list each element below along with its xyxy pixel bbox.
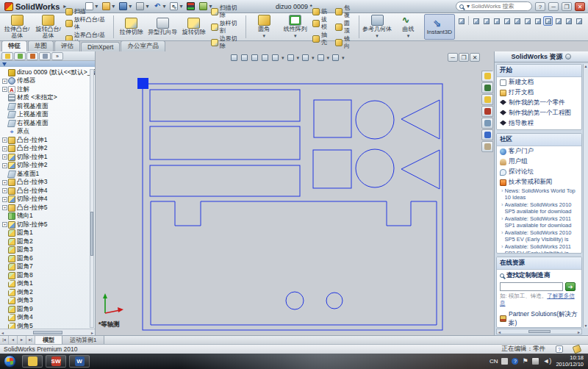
solidworks-resources-tab[interactable] [481,71,493,82]
apply-scene-button[interactable] [331,54,340,62]
clock[interactable]: 10:18 2010/12/10 [553,355,584,368]
fillet-button[interactable]: 圆角▾ [248,14,279,40]
curves-button[interactable]: 曲线▾ [392,14,423,40]
tab-scroll-last-icon[interactable]: ▸| [26,336,35,344]
slot-rect-1[interactable] [150,90,300,121]
view-top-button[interactable] [512,16,522,26]
scroll-right-arrow-icon[interactable]: ▸ [91,330,93,335]
appearances-tab[interactable] [481,129,493,140]
go-button[interactable]: ➔ [565,282,576,291]
draft-button[interactable]: 拔模 [312,16,332,31]
solidworks-app[interactable]: SW [46,355,66,368]
dimxpertmanager-tab[interactable] [39,52,51,60]
task-pane-link[interactable]: 新建文档 [497,77,581,87]
select-button[interactable]: ⇖▾ [168,1,184,11]
dropdown-caret-icon[interactable]: ▾ [112,3,115,10]
file-explorer-tab[interactable] [481,94,493,105]
expand-toggle-icon[interactable]: + [2,154,7,160]
dropdown-caret-icon[interactable]: ▾ [146,3,148,10]
quick-tips-icon[interactable]: ? [556,345,563,353]
hole-wizard-button[interactable]: 异型孔向导 [147,14,178,40]
tree-item[interactable]: +传感器 [1,77,95,86]
propertymanager-tab[interactable] [14,52,26,60]
view-shaded-edges-button[interactable] [564,16,573,26]
hide-show-items-button[interactable] [301,54,309,62]
view-isometric-selected-button[interactable] [543,16,553,26]
volume-icon[interactable]: ◄) [542,358,549,365]
pushpin-icon[interactable] [565,54,571,60]
tree-item[interactable]: +倒角3 [1,297,95,306]
tag-icon[interactable] [573,345,582,354]
dropdown-caret-icon[interactable]: ▾ [342,55,345,61]
close-button[interactable]: ✕ [575,2,585,11]
tree-item[interactable]: +切除-拉伸4 [1,196,95,204]
dropdown-caret-icon[interactable]: ▾ [282,55,284,61]
task-pane-link[interactable]: 技术警戒和新闻 [497,177,581,187]
minimize-button[interactable]: ─ [548,2,559,11]
tab-sketch[interactable]: 草图 [28,40,54,51]
expand-toggle-icon[interactable]: + [2,137,7,143]
print-button[interactable]: ▾ [135,1,150,11]
hole-circle-1[interactable] [286,292,304,309]
rebuild-button[interactable] [185,1,196,11]
tree-item[interactable]: +右视基准面 [1,119,95,128]
action-center-flag-icon[interactable]: ⚑ [522,358,528,365]
revolved-boss-base-button[interactable]: 旋转凸台/基体 [32,14,63,40]
news-item[interactable]: ›Available: SolidWorks 2010 SP5 EV (Earl… [497,229,581,243]
sketch-canvas[interactable] [96,63,481,335]
tab-dimxpert[interactable]: DimXpert [81,42,120,51]
dropdown-caret-icon[interactable]: ▾ [179,3,182,10]
hole-circle-2[interactable] [326,293,343,309]
scroll-down-arrow-icon[interactable]: ▼ [584,323,588,328]
task-pane-vertical-scrollbar[interactable]: ▲ ▼ [583,64,588,328]
dropdown-caret-icon[interactable]: ▾ [407,33,410,39]
expand-toggle-icon[interactable]: + [2,222,7,227]
doc-restore-button[interactable]: ❐ [459,53,469,62]
view-palette-tab[interactable] [481,118,493,129]
square-1[interactable] [314,100,351,137]
keyboard-icon[interactable] [501,358,508,365]
tree-item[interactable]: +圆角6 [1,254,95,263]
slot-rect-3[interactable] [150,165,300,196]
news-item[interactable]: ›Available: SolidWorks 2010 SP5 availabl… [497,201,581,215]
language-indicator[interactable]: CN [490,358,498,365]
tab-scroll-first-icon[interactable]: |◂ [0,336,9,344]
expand-toggle-icon[interactable]: + [2,188,7,193]
help-button[interactable]: ? [535,2,545,11]
dropdown-caret-icon[interactable]: ▾ [263,33,266,39]
lofted-cut-button[interactable]: 放样切割 [211,20,242,35]
tree-item[interactable]: +圆角2 [1,237,95,246]
network-icon[interactable] [532,358,539,365]
selected-vertex[interactable] [137,78,148,89]
extruded-cut-button[interactable]: 拉伸切除 [116,14,147,40]
task-pane-link[interactable]: 打开文档 [497,87,581,98]
view-orientation-button[interactable] [271,54,279,62]
undo-button[interactable]: ↶▾ [151,1,167,11]
save-button[interactable]: ▾ [118,1,133,11]
tree-item[interactable]: +前视基准面 [1,102,95,111]
view-shaded-button[interactable] [553,16,563,26]
edit-appearance-button[interactable] [317,54,325,62]
tab-office-products[interactable]: 办公室产品 [121,40,165,51]
tree-item[interactable]: +倒角1 [1,280,95,289]
search-box[interactable]: ▾ [456,1,532,11]
doc-close-button[interactable]: ✕ [470,53,480,62]
view-sketch-button[interactable] [574,16,584,26]
scroll-left-arrow-icon[interactable]: ◂ [498,329,501,334]
solidworks-menu-button[interactable]: SolidWorks ▸ [0,0,71,12]
tree-item[interactable]: +切除-拉伸5 [1,221,95,229]
shell-button[interactable]: 抽壳 [312,32,332,46]
view-front-button[interactable] [471,16,481,26]
zoom-to-fit-button[interactable] [230,54,238,62]
task-pane-link[interactable]: 客户门户 [497,146,581,157]
feature-tree-filter-bar[interactable] [0,61,95,67]
news-item[interactable]: ›Available: SolidWorks 2011 SP2 EV (Earl… [497,243,581,253]
search-dropdown-icon[interactable]: ▾ [467,3,470,10]
search-input[interactable] [471,3,526,10]
revolved-cut-button[interactable]: 旋转切除 [178,14,209,40]
tree-item[interactable]: +切除-拉伸2 [1,162,95,171]
expand-toggle-icon[interactable]: + [2,79,7,84]
word-app[interactable]: W [69,355,90,368]
triangle-2[interactable] [401,150,440,189]
rib-button[interactable]: 筋 [312,8,332,15]
